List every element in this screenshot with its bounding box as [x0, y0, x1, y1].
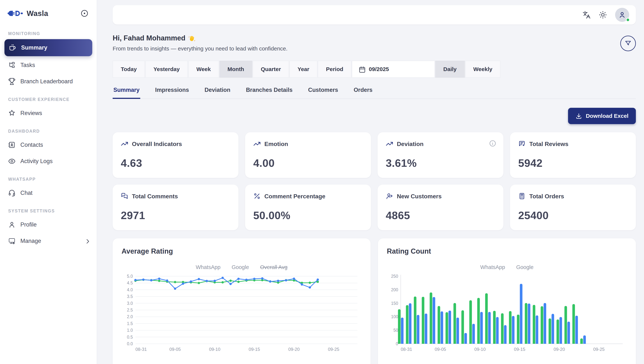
monitor-gear-icon: [8, 237, 16, 245]
headset-icon: [8, 189, 16, 197]
svg-text:0.5: 0.5: [127, 335, 133, 339]
kpi-title: Overall Indicators: [132, 141, 182, 147]
svg-text:3.0: 3.0: [127, 301, 133, 306]
tab-deviation[interactable]: Deviation: [204, 86, 231, 99]
chart-card-rating-count: Rating CountWhatsAppGoogle05010015020025…: [378, 238, 636, 364]
kpi-card-deviation: Deviation3.61%: [378, 132, 504, 178]
svg-text:4.5: 4.5: [127, 281, 133, 285]
svg-text:09-20: 09-20: [554, 347, 565, 352]
range-button-yesterday[interactable]: Yesterday: [145, 61, 188, 78]
kpi-title-row: Total Reviews: [518, 140, 628, 148]
kpi-title: Total Comments: [132, 193, 178, 200]
range-button-week[interactable]: Week: [188, 61, 219, 78]
kpi-title: Total Reviews: [529, 141, 568, 147]
range-button-month[interactable]: Month: [219, 61, 252, 78]
chart-title: Average Rating: [122, 247, 362, 255]
kpi-value: 4.00: [253, 157, 363, 169]
granularity-button-weekly[interactable]: Weekly: [465, 61, 500, 78]
svg-text:0: 0: [396, 341, 398, 346]
waving-hand-emoji: [188, 35, 196, 42]
sidebar-item-label: Contacts: [20, 141, 43, 148]
kpi-grid: Overall Indicators4.63Emotion4.00Deviati…: [113, 132, 636, 230]
sidebar-collapse-button[interactable]: [80, 9, 89, 18]
date-range-filters: TodayYesterdayWeekMonthQuarterYearPeriod…: [113, 61, 636, 78]
eye-icon: [8, 157, 16, 165]
bar-chart-plot: 05010015020025008-3109-0509-1009-1509-20…: [387, 273, 627, 353]
sidebar-item-manage[interactable]: Manage: [0, 233, 97, 249]
svg-text:50: 50: [393, 328, 398, 333]
svg-text:08-31: 08-31: [401, 347, 412, 352]
sidebar-item-label: Summary: [21, 44, 47, 51]
tab-customers[interactable]: Customers: [307, 86, 339, 99]
kpi-title-row: Emotion: [253, 140, 363, 148]
sidebar-item-reviews[interactable]: Reviews: [0, 105, 97, 121]
svg-text:09-15: 09-15: [514, 347, 525, 352]
sidebar-section-label-monitoring: Monitoring: [8, 31, 97, 36]
range-button-today[interactable]: Today: [113, 61, 145, 78]
trending-up-icon: [253, 140, 261, 148]
kpi-card-total-comments: Total Comments2971: [113, 185, 238, 230]
star-icon: [8, 109, 16, 117]
line-chart-plot: 0.00.51.01.52.02.53.03.54.04.55.008-3109…: [122, 273, 362, 353]
sidebar-item-tasks[interactable]: Tasks: [0, 57, 97, 73]
avatar[interactable]: [615, 8, 629, 22]
theme-toggle-sun-icon[interactable]: [599, 11, 608, 19]
sidebar-section-label-customer-experience: Customer Experience: [8, 97, 97, 102]
legend-item-overall-avg[interactable]: Overall Avg: [260, 264, 288, 270]
svg-text:250: 250: [391, 274, 398, 279]
main-content: Hi, Fahad Mohammed From trends to: [97, 0, 644, 364]
report-tabs: SummaryImpressionsDeviationBranches Deta…: [113, 86, 636, 99]
sidebar-item-activity-logs[interactable]: Activity Logs: [0, 153, 97, 169]
kpi-value: 4865: [386, 209, 495, 222]
month-picker-value: 09/2025: [369, 66, 389, 72]
contact-book-icon: [8, 141, 16, 149]
kpi-card-emotion: Emotion4.00: [245, 132, 371, 178]
svg-text:5.0: 5.0: [127, 274, 133, 279]
tab-summary[interactable]: Summary: [113, 86, 140, 99]
granularity-button-daily[interactable]: Daily: [435, 61, 465, 78]
legend-item-whatsapp[interactable]: WhatsApp: [196, 264, 220, 270]
kpi-value: 50.00%: [253, 209, 363, 222]
kpi-value: 4.63: [121, 157, 230, 169]
sidebar-item-profile[interactable]: Profile: [0, 217, 97, 233]
svg-text:09-05: 09-05: [435, 347, 446, 352]
charts-row: Average RatingWhatsAppGoogleOverall Avg0…: [113, 238, 636, 364]
sidebar-section-label-whatsapp: Whatsapp: [8, 177, 97, 182]
kpi-title: Comment Percentage: [264, 193, 325, 200]
legend-item-whatsapp[interactable]: WhatsApp: [480, 264, 505, 270]
language-toggle-button[interactable]: [582, 11, 592, 19]
tab-impressions[interactable]: Impressions: [154, 86, 190, 99]
chart-title: Rating Count: [387, 247, 627, 255]
tasks-tree-icon: [8, 61, 16, 69]
sidebar-item-branch-leaderboard[interactable]: Branch Leaderboard: [0, 73, 97, 90]
kpi-title: Total Orders: [529, 193, 564, 200]
greeting-row: Hi, Fahad Mohammed From trends to: [113, 34, 636, 52]
range-button-year[interactable]: Year: [290, 61, 317, 78]
svg-text:1.0: 1.0: [127, 328, 133, 333]
sidebar-item-label: Activity Logs: [20, 158, 52, 164]
filter-button[interactable]: [620, 36, 636, 51]
sidebar-section-label-system-settings: System Settings: [8, 209, 97, 214]
download-excel-label: Download Excel: [586, 113, 628, 119]
legend-item-google[interactable]: Google: [232, 264, 249, 270]
brand-name: Wasla: [27, 9, 48, 18]
sidebar-section-label-dashboard: Dashboard: [8, 129, 97, 134]
svg-text:1.5: 1.5: [127, 321, 133, 326]
kpi-title: Emotion: [264, 141, 288, 147]
sidebar-item-summary[interactable]: Summary: [4, 39, 92, 56]
range-button-quarter[interactable]: Quarter: [253, 61, 289, 78]
range-button-period[interactable]: Period: [318, 61, 351, 78]
kpi-value: 3.61%: [386, 157, 495, 169]
svg-text:09-10: 09-10: [474, 347, 486, 352]
download-excel-button[interactable]: Download Excel: [568, 108, 636, 124]
tab-branches-details[interactable]: Branches Details: [245, 86, 293, 99]
sidebar-item-contacts[interactable]: Contacts: [0, 137, 97, 153]
user-icon: [8, 221, 16, 228]
legend-item-google[interactable]: Google: [516, 264, 534, 270]
sidebar-nav: MonitoringSummaryTasksBranch Leaderboard…: [0, 31, 97, 249]
tab-orders[interactable]: Orders: [353, 86, 373, 99]
kpi-card-overall-indicators: Overall Indicators4.63: [113, 132, 238, 178]
info-icon[interactable]: [489, 140, 496, 147]
sidebar-item-chat[interactable]: Chat: [0, 185, 97, 201]
month-picker-input[interactable]: 09/2025: [352, 61, 435, 78]
